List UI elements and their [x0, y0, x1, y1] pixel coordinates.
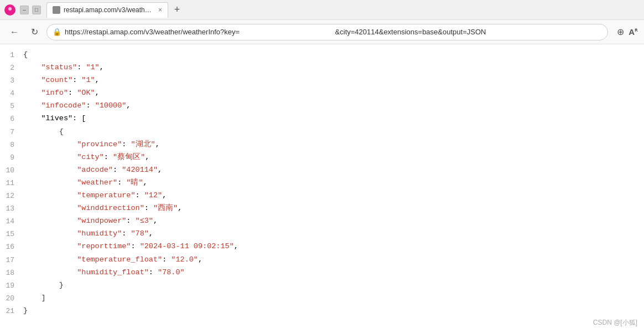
active-tab[interactable]: restapi.amap.com/v3/weather/w... ×: [46, 2, 168, 18]
line-row: 18 "humidity_float": "78.0": [0, 267, 644, 279]
line-content: ]: [23, 292, 644, 305]
line-content: "winddirection": "西南",: [23, 202, 644, 215]
line-number: 13: [0, 202, 23, 215]
back-icon: ←: [10, 27, 19, 37]
lock-icon: 🔒: [53, 28, 61, 36]
line-content: }: [23, 279, 644, 292]
line-row: 11 "weather": "晴",: [0, 177, 644, 189]
line-row: 16 "reporttime": "2024-03-11 09:02:15",: [0, 240, 644, 253]
line-row: 4 "info": "OK",: [0, 87, 644, 100]
line-row: 10 "adcode": "420114",: [0, 164, 644, 177]
line-row: 17 "temperature_float": "12.0",: [0, 254, 644, 267]
line-row: 3 "count": "1",: [0, 74, 644, 87]
line-content: "infocode": "10000",: [23, 100, 644, 112]
line-number: 19: [0, 279, 23, 292]
line-content: "lives": [: [23, 112, 644, 125]
line-number: 8: [0, 139, 23, 151]
line-content: "city": "蔡甸区",: [23, 151, 644, 164]
addressbar: ← ↻ 🔒 https://restapi.amap.com/v3/weathe…: [0, 20, 644, 44]
tab-area: restapi.amap.com/v3/weather/w... × +: [46, 2, 640, 18]
line-content: "province": "湖北",: [23, 139, 644, 151]
line-content: "info": "OK",: [23, 87, 644, 100]
refresh-icon: ↻: [31, 27, 38, 37]
line-row: 7 {: [0, 126, 644, 139]
address-right-icons: ⊕ Aʀ: [617, 27, 637, 37]
line-number: 18: [0, 267, 23, 279]
tab-favicon: [53, 6, 60, 14]
line-number: 20: [0, 292, 23, 305]
line-row: 19 }: [0, 279, 644, 292]
line-row: 20 ]: [0, 292, 644, 305]
line-number: 3: [0, 74, 23, 87]
line-number: 16: [0, 240, 23, 253]
address-bar[interactable]: 🔒 https://restapi.amap.com/v3/weather/we…: [46, 24, 608, 40]
line-row: 14 "windpower": "≤3",: [0, 215, 644, 228]
url-right: &city=420114&extensions=base&output=JSON: [335, 28, 603, 36]
line-number: 10: [0, 164, 23, 177]
line-content: "humidity_float": "78.0": [23, 267, 644, 279]
app-icon: [4, 4, 15, 16]
maximize-button[interactable]: □: [32, 6, 41, 14]
line-number: 21: [0, 305, 23, 317]
line-content: "count": "1",: [23, 74, 644, 87]
line-number: 12: [0, 189, 23, 202]
line-row: 13 "winddirection": "西南",: [0, 202, 644, 215]
refresh-button[interactable]: ↻: [27, 24, 42, 40]
svg-point-1: [8, 7, 12, 11]
line-number: 9: [0, 151, 23, 164]
line-row: 6 "lives": [: [0, 112, 644, 125]
line-content: "humidity": "78",: [23, 228, 644, 240]
line-content: "windpower": "≤3",: [23, 215, 644, 228]
tab-close-button[interactable]: ×: [158, 6, 162, 14]
url-left: https://restapi.amap.com/v3/weather/weat…: [65, 28, 332, 36]
watermark: CSDN @[小狐]: [593, 318, 637, 327]
line-number: 15: [0, 228, 23, 240]
line-content: "status": "1",: [23, 62, 644, 74]
line-content: "reporttime": "2024-03-11 09:02:15",: [23, 240, 644, 253]
minimize-button[interactable]: –: [20, 6, 29, 14]
line-number: 2: [0, 62, 23, 74]
line-number: 11: [0, 177, 23, 189]
line-row: 9 "city": "蔡甸区",: [0, 151, 644, 164]
zoom-icon[interactable]: ⊕: [617, 27, 624, 37]
line-content: "temperature_float": "12.0",: [23, 254, 644, 267]
line-content: "temperature": "12",: [23, 189, 644, 202]
tab-title: restapi.amap.com/v3/weather/w...: [64, 6, 155, 14]
line-row: 15 "humidity": "78",: [0, 228, 644, 240]
back-button[interactable]: ←: [7, 24, 22, 40]
line-content: "weather": "晴",: [23, 177, 644, 189]
line-content: {: [23, 49, 644, 62]
line-number: 5: [0, 100, 23, 112]
json-content: 1{2 "status": "1",3 "count": "1",4 "info…: [0, 44, 644, 333]
line-row: 2 "status": "1",: [0, 62, 644, 74]
window-controls: – □: [20, 6, 41, 14]
line-content: }: [23, 305, 644, 317]
line-number: 1: [0, 49, 23, 62]
line-row: 8 "province": "湖北",: [0, 139, 644, 151]
reader-icon[interactable]: Aʀ: [629, 27, 637, 37]
titlebar: – □ restapi.amap.com/v3/weather/w... × +: [0, 0, 644, 20]
line-row: 5 "infocode": "10000",: [0, 100, 644, 112]
line-row: 12 "temperature": "12",: [0, 189, 644, 202]
line-content: "adcode": "420114",: [23, 164, 644, 177]
line-content: {: [23, 126, 644, 139]
line-row: 1{: [0, 49, 644, 62]
line-number: 14: [0, 215, 23, 228]
line-number: 6: [0, 112, 23, 125]
line-number: 7: [0, 126, 23, 139]
line-number: 17: [0, 254, 23, 267]
line-number: 4: [0, 87, 23, 100]
new-tab-button[interactable]: +: [170, 3, 184, 17]
line-row: 21}: [0, 305, 644, 317]
